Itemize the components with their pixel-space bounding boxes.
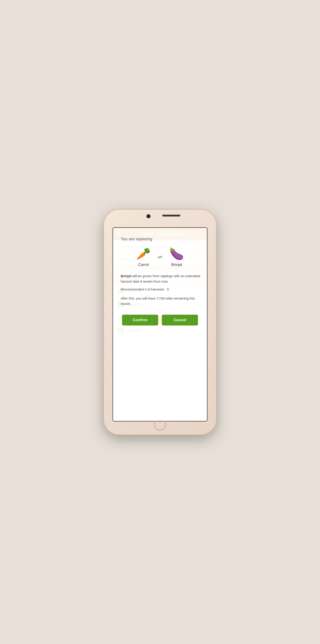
modal-harvests-text: Recommended # of harvests - 5	[121, 287, 169, 291]
replacing-label: You are replacing	[121, 237, 152, 242]
to-vegetable: 🍆 Brinjal	[169, 247, 184, 267]
front-camera-icon	[146, 214, 151, 218]
confirm-button[interactable]: Confirm	[122, 315, 158, 326]
modal-info-text: Brinjal will be grown from saplings with…	[121, 273, 202, 284]
swap-arrows-icon: ⇌	[158, 254, 162, 260]
phone-screen: ✕ Select A Vegetable 🔍 Current: Carrot R…	[113, 227, 207, 422]
edits-prefix: After this, you will have	[121, 296, 156, 300]
to-veg-emoji: 🍆	[169, 247, 184, 261]
from-veg-label: Carrot	[138, 262, 149, 267]
to-veg-label: Brinjal	[171, 262, 182, 267]
vegetable-swap-row: 🥕 Carrot ⇌ 🍆 Brinjal	[118, 247, 202, 267]
to-veg-bold-name: Brinjal	[121, 274, 131, 278]
modal-info-suffix: will be grown from saplings with an esti…	[121, 274, 200, 283]
speaker-icon	[162, 215, 180, 216]
modal-button-row: Confirm Cancel	[118, 315, 202, 326]
confirm-modal: You are replacing 🥕 Carrot ⇌ 🍆 Brinjal B…	[113, 228, 207, 421]
edits-current-number: 17	[156, 296, 160, 300]
from-veg-emoji: 🥕	[136, 247, 151, 261]
phone-frame: ✕ Select A Vegetable 🔍 Current: Carrot R…	[104, 209, 216, 435]
from-vegetable: 🥕 Carrot	[136, 247, 151, 267]
cancel-button[interactable]: Cancel	[162, 315, 198, 326]
modal-edits-text: After this, you will have 17/30 edits re…	[121, 296, 202, 306]
